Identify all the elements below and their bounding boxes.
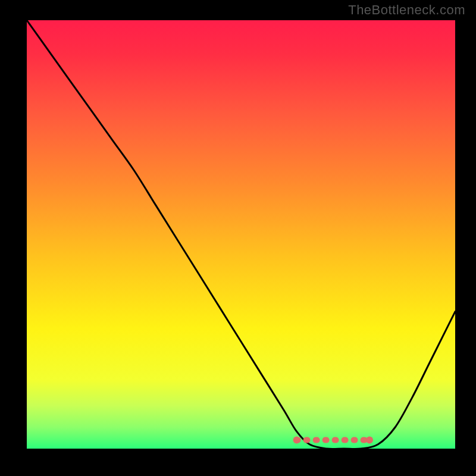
gradient-background (27, 20, 455, 449)
chart-frame: TheBottleneck.com (0, 0, 476, 476)
optimal-range-endcap (293, 437, 300, 444)
optimal-range-endcap (366, 437, 373, 444)
watermark-text: TheBottleneck.com (348, 2, 465, 18)
plot-area (27, 20, 455, 449)
bottleneck-chart (27, 20, 455, 449)
